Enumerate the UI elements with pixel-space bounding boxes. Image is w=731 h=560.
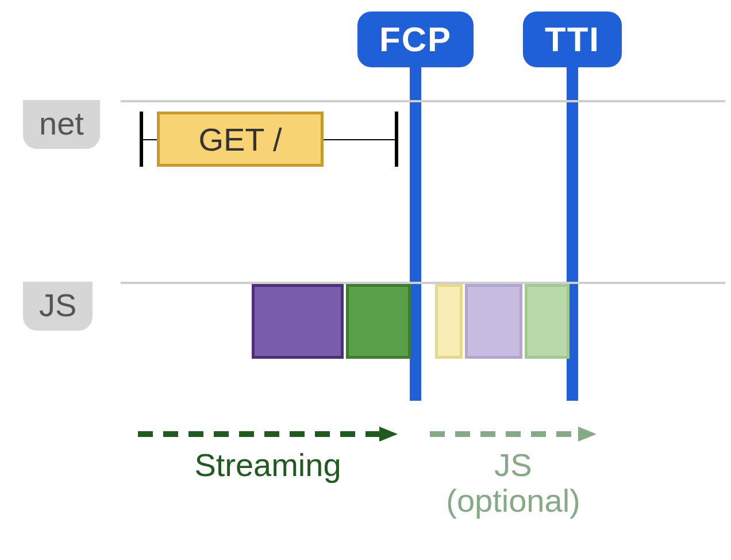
js-block-spacer xyxy=(413,284,433,359)
net-request-label: GET / xyxy=(198,121,282,158)
arrow-streaming-label: Streaming xyxy=(194,447,341,483)
arrow-js-optional-line1: JS xyxy=(494,447,532,483)
js-block-purple xyxy=(252,284,344,359)
arrow-js-optional-line2: (optional) xyxy=(446,482,580,519)
arrow-js-optional-icon xyxy=(430,425,597,443)
marker-tti-label: TTI xyxy=(523,11,622,67)
js-block-purple-optional xyxy=(465,284,522,359)
lane-js-label: JS xyxy=(23,282,93,331)
arrow-streaming: Streaming xyxy=(138,425,398,483)
arrow-js-optional-label: JS (optional) xyxy=(446,447,580,518)
svg-marker-3 xyxy=(578,427,597,442)
timing-diagram: FCP TTI net GET / JS xyxy=(0,0,731,560)
net-request-start-cap xyxy=(140,112,143,167)
net-request-box: GET / xyxy=(157,112,324,167)
net-request-bar: GET / xyxy=(140,112,398,167)
arrow-streaming-icon xyxy=(138,425,398,443)
js-block-green xyxy=(346,284,411,359)
arrow-js-optional: JS (optional) xyxy=(430,425,597,518)
net-request-end-cap xyxy=(395,112,398,167)
js-block-green-optional xyxy=(525,284,570,359)
lane-net-label: net xyxy=(23,100,100,149)
lane-net: net GET / xyxy=(0,100,731,192)
lane-net-topline xyxy=(121,100,725,102)
svg-marker-1 xyxy=(379,427,398,442)
lane-js: JS xyxy=(0,282,731,374)
js-block-yellow-optional xyxy=(435,284,463,359)
marker-fcp-label: FCP xyxy=(357,11,474,67)
js-blocks xyxy=(252,284,570,359)
